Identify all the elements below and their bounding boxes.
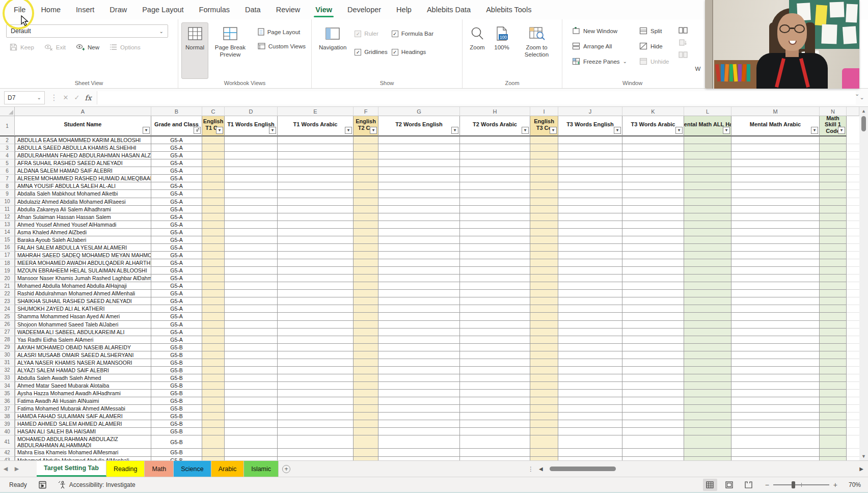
row-number-23[interactable]: 23 bbox=[0, 297, 15, 305]
header-cell-A[interactable]: Student Name▾ bbox=[15, 116, 151, 136]
empty-cell-F25[interactable] bbox=[354, 313, 378, 320]
empty-cell-I12[interactable] bbox=[530, 213, 558, 221]
empty-cell-N18[interactable] bbox=[820, 259, 847, 267]
row-number-24[interactable]: 24 bbox=[0, 305, 15, 313]
header-cell-N[interactable]: Math Skill 1 Code▾ bbox=[820, 116, 847, 136]
empty-cell-D26[interactable] bbox=[225, 321, 278, 328]
empty-cell-M10[interactable] bbox=[731, 198, 820, 206]
empty-cell-J31[interactable] bbox=[558, 359, 622, 367]
empty-cell-L18[interactable] bbox=[684, 259, 731, 267]
empty-cell-F15[interactable] bbox=[354, 236, 378, 244]
student-name-cell[interactable]: AAYAH MOHAMED OBAID NASEIB ALAREIDY bbox=[15, 344, 151, 351]
empty-cell-F29[interactable] bbox=[354, 344, 378, 351]
empty-cell-K32[interactable] bbox=[622, 367, 684, 374]
empty-cell-H14[interactable] bbox=[460, 229, 530, 236]
empty-cell-M33[interactable] bbox=[731, 374, 820, 382]
empty-cell-M41[interactable] bbox=[731, 435, 820, 449]
empty-cell-G26[interactable] bbox=[378, 321, 460, 328]
filter-button[interactable]: ▾ bbox=[143, 127, 150, 134]
empty-cell-H27[interactable] bbox=[460, 328, 530, 336]
empty-cell-L43[interactable] bbox=[684, 457, 731, 461]
filter-button[interactable]: ▾ bbox=[370, 127, 377, 134]
empty-cell-J30[interactable] bbox=[558, 351, 622, 359]
empty-cell-N13[interactable] bbox=[820, 221, 847, 229]
empty-cell-E30[interactable] bbox=[278, 351, 354, 359]
empty-cell-D27[interactable] bbox=[225, 328, 278, 336]
empty-cell-G25[interactable] bbox=[378, 313, 460, 320]
empty-cell-C11[interactable] bbox=[202, 206, 225, 213]
student-name-cell[interactable]: Abdulla Zakareya Ali Salem Alhadhrami bbox=[15, 206, 151, 213]
empty-cell-M36[interactable] bbox=[731, 397, 820, 405]
empty-cell-L6[interactable] bbox=[684, 167, 731, 175]
empty-cell-L15[interactable] bbox=[684, 236, 731, 244]
empty-cell-D37[interactable] bbox=[225, 405, 278, 413]
empty-cell-E17[interactable] bbox=[278, 252, 354, 259]
row-number-9[interactable]: 9 bbox=[0, 190, 15, 198]
empty-cell-H12[interactable] bbox=[460, 213, 530, 221]
empty-cell-M35[interactable] bbox=[731, 390, 820, 397]
empty-cell-N29[interactable] bbox=[820, 344, 847, 351]
empty-cell-J40[interactable] bbox=[558, 428, 622, 435]
empty-cell-H4[interactable] bbox=[460, 152, 530, 159]
empty-cell-N42[interactable] bbox=[820, 449, 847, 456]
row-number-43[interactable]: 43 bbox=[0, 457, 15, 461]
new-sheet-button[interactable]: + bbox=[279, 461, 294, 477]
empty-cell-F21[interactable] bbox=[354, 282, 378, 290]
empty-cell-C38[interactable] bbox=[202, 413, 225, 420]
column-letter-H[interactable]: H bbox=[460, 107, 530, 116]
empty-cell-G12[interactable] bbox=[378, 213, 460, 221]
row-number-41[interactable]: 41 bbox=[0, 435, 15, 449]
grade-cell[interactable]: G5-A bbox=[151, 136, 202, 144]
empty-cell-H25[interactable] bbox=[460, 313, 530, 320]
empty-cell-K26[interactable] bbox=[622, 321, 684, 328]
empty-cell-M30[interactable] bbox=[731, 351, 820, 359]
empty-cell-I11[interactable] bbox=[530, 206, 558, 213]
empty-cell-G42[interactable] bbox=[378, 449, 460, 456]
empty-cell-K33[interactable] bbox=[622, 374, 684, 382]
empty-cell-G9[interactable] bbox=[378, 190, 460, 198]
student-name-cell[interactable]: ALASRI MUSAAB OMAIR SAEED ALSHERYANI bbox=[15, 351, 151, 359]
headings-checkbox[interactable]: ✓Headings bbox=[392, 46, 433, 58]
empty-cell-C37[interactable] bbox=[202, 405, 225, 413]
empty-cell-C39[interactable] bbox=[202, 420, 225, 428]
empty-cell-L13[interactable] bbox=[684, 221, 731, 229]
options-button[interactable]: Options bbox=[107, 42, 143, 52]
column-letter-F[interactable]: F bbox=[354, 107, 378, 116]
empty-cell-L30[interactable] bbox=[684, 351, 731, 359]
empty-cell-D38[interactable] bbox=[225, 413, 278, 420]
empty-cell-K39[interactable] bbox=[622, 420, 684, 428]
empty-cell-D23[interactable] bbox=[225, 297, 278, 305]
empty-cell-J29[interactable] bbox=[558, 344, 622, 351]
empty-cell-L20[interactable] bbox=[684, 275, 731, 282]
empty-cell-G36[interactable] bbox=[378, 397, 460, 405]
empty-cell-I32[interactable] bbox=[530, 367, 558, 374]
empty-cell-J22[interactable] bbox=[558, 290, 622, 297]
student-name-cell[interactable]: MEERA MOHAMED AWADH ABDULQADER ALHARTHI bbox=[15, 259, 151, 267]
empty-cell-G27[interactable] bbox=[378, 328, 460, 336]
header-cell-G[interactable]: T2 Words English▾ bbox=[378, 116, 460, 136]
ribbon-tab-help[interactable]: Help bbox=[390, 1, 418, 18]
empty-cell-M28[interactable] bbox=[731, 336, 820, 344]
record-macro-icon[interactable] bbox=[38, 481, 47, 489]
hide-button[interactable]: Hide bbox=[637, 41, 671, 51]
empty-cell-K3[interactable] bbox=[622, 144, 684, 152]
grade-cell[interactable]: G5-A bbox=[151, 152, 202, 159]
ribbon-tab-insert[interactable]: Insert bbox=[69, 1, 101, 18]
formula-bar-checkbox[interactable]: ✓Formula Bar bbox=[392, 28, 433, 40]
empty-cell-J23[interactable] bbox=[558, 297, 622, 305]
filter-button[interactable]: ▾ bbox=[838, 127, 845, 134]
empty-cell-I42[interactable] bbox=[530, 449, 558, 456]
empty-cell-N4[interactable] bbox=[820, 152, 847, 159]
column-letter-E[interactable]: E bbox=[278, 107, 354, 116]
empty-cell-C33[interactable] bbox=[202, 374, 225, 382]
empty-cell-N10[interactable] bbox=[820, 198, 847, 206]
empty-cell-E11[interactable] bbox=[278, 206, 354, 213]
empty-cell-G14[interactable] bbox=[378, 229, 460, 236]
select-all-corner[interactable] bbox=[0, 107, 15, 116]
empty-cell-D3[interactable] bbox=[225, 144, 278, 152]
empty-cell-E4[interactable] bbox=[278, 152, 354, 159]
grade-cell[interactable]: G5-B bbox=[151, 397, 202, 405]
empty-cell-E21[interactable] bbox=[278, 282, 354, 290]
empty-cell-G16[interactable] bbox=[378, 244, 460, 252]
empty-cell-K42[interactable] bbox=[622, 449, 684, 456]
